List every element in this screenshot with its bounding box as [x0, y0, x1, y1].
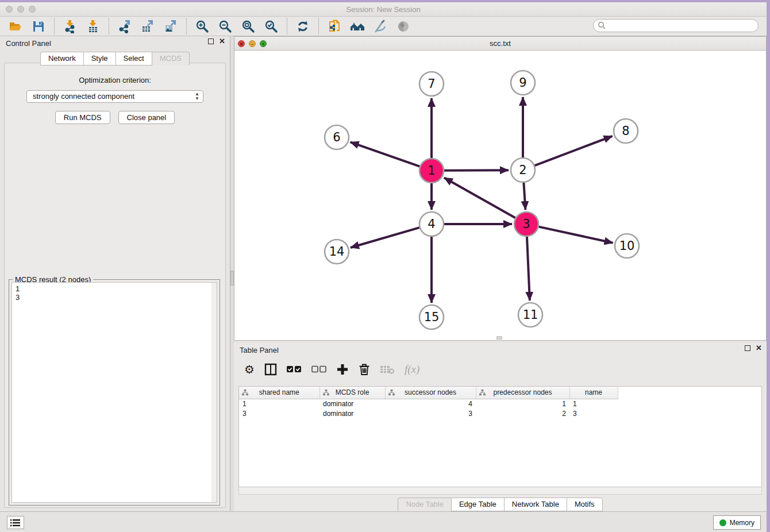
- node-label-3: 3: [522, 217, 530, 231]
- table-panel-title: Table Panel: [240, 346, 279, 354]
- create-column-icon[interactable]: [336, 363, 349, 376]
- close-panel-button[interactable]: Close panel: [118, 111, 175, 124]
- tab-mcds[interactable]: MCDS: [152, 52, 190, 65]
- tree-column-icon: [388, 390, 395, 398]
- edge-3-1[interactable]: [444, 178, 515, 218]
- table-cell[interactable]: 3: [385, 408, 476, 418]
- table-cell[interactable]: dominator: [319, 408, 385, 418]
- task-history-button[interactable]: [7, 516, 24, 529]
- edge-3-11[interactable]: [527, 237, 530, 300]
- control-panel: Control Panel ✕ Network Style Select MCD…: [0, 36, 230, 511]
- table-cell[interactable]: 3: [569, 408, 618, 418]
- zoom-out-icon[interactable]: [218, 19, 233, 34]
- criterion-select[interactable]: strongly connected component ▲▼: [26, 90, 203, 103]
- network-graph: 7961284314101511: [234, 51, 766, 340]
- table-cell[interactable]: 1: [476, 399, 569, 408]
- export-table-icon[interactable]: [140, 19, 155, 34]
- search-input[interactable]: [593, 19, 759, 32]
- column-header-MCDS-role[interactable]: MCDS role: [319, 387, 385, 399]
- edge-2-8[interactable]: [535, 136, 613, 165]
- memory-button[interactable]: Memory: [713, 515, 761, 530]
- table-toolbar: ⚙ f(x): [234, 357, 767, 381]
- network-window-titlebar[interactable]: ✕ − + scc.txt: [234, 37, 766, 51]
- unselect-all-columns-icon[interactable]: [311, 363, 326, 376]
- export-image-icon[interactable]: [163, 19, 178, 34]
- open-session-icon[interactable]: [8, 19, 23, 34]
- run-mcds-button[interactable]: Run MCDS: [55, 111, 110, 124]
- node-table[interactable]: shared nameMCDS rolesuccessor nodesprede…: [238, 386, 762, 487]
- wand-style-icon[interactable]: [373, 19, 388, 34]
- home-layout-icon[interactable]: [350, 19, 365, 34]
- tab-style[interactable]: Style: [83, 52, 116, 65]
- show-columns-icon[interactable]: [264, 363, 277, 376]
- mcds-result-text[interactable]: 1 3: [11, 282, 217, 503]
- table-panel: Table Panel ✕ ⚙: [234, 343, 767, 511]
- table-cell[interactable]: 4: [385, 399, 476, 408]
- eye-hide-icon[interactable]: [396, 19, 411, 34]
- table-settings-icon[interactable]: ⚙: [244, 363, 255, 376]
- destroy-table-icon: [380, 363, 395, 376]
- tab-network[interactable]: Network: [40, 52, 83, 65]
- function-builder-icon: f(x): [405, 363, 419, 376]
- table-cell[interactable]: dominator: [319, 399, 385, 408]
- canvas-resize-grip[interactable]: [496, 336, 502, 340]
- tree-column-icon: [479, 390, 486, 398]
- edge-1-6[interactable]: [351, 142, 420, 166]
- table-cell[interactable]: 3: [239, 408, 319, 418]
- column-header-successor-nodes[interactable]: successor nodes: [385, 387, 476, 399]
- save-session-icon[interactable]: [31, 19, 46, 34]
- optimization-criterion-label: Optimization criterion:: [5, 76, 225, 84]
- tab-select[interactable]: Select: [116, 52, 152, 65]
- network-canvas[interactable]: 7961284314101511: [234, 51, 766, 340]
- tab-edge-table[interactable]: Edge Table: [451, 498, 504, 511]
- node-label-11: 11: [523, 308, 538, 322]
- column-header-shared-name[interactable]: shared name: [239, 387, 319, 399]
- network-view-window: ✕ − + scc.txt 7961284314101511: [234, 36, 767, 341]
- table-cell[interactable]: 1: [569, 399, 618, 408]
- edge-3-10[interactable]: [538, 227, 613, 243]
- import-table-icon[interactable]: [86, 19, 101, 34]
- table-row[interactable]: 1dominator411: [239, 399, 618, 408]
- tab-motifs[interactable]: Motifs: [567, 498, 603, 511]
- float-panel-icon[interactable]: [208, 38, 214, 44]
- mcds-result-scrollbar[interactable]: [211, 283, 217, 502]
- main-toolbar: [0, 17, 767, 36]
- zoom-in-icon[interactable]: [195, 19, 210, 34]
- node-label-9: 9: [519, 76, 526, 90]
- node-label-2: 2: [519, 163, 526, 177]
- table-cell[interactable]: 2: [476, 408, 569, 418]
- memory-label: Memory: [730, 519, 754, 527]
- node-label-6: 6: [333, 130, 340, 144]
- control-panel-title: Control Panel: [6, 39, 51, 48]
- session-title: Session: New Session: [0, 5, 767, 14]
- delete-column-icon[interactable]: [359, 363, 370, 376]
- status-bar: Memory: [0, 511, 767, 532]
- duplicate-network-icon[interactable]: [327, 19, 342, 34]
- float-table-panel-icon[interactable]: [745, 345, 750, 351]
- mcds-result-group: MCDS result (2 nodes) 1 3: [9, 279, 220, 506]
- close-table-panel-icon[interactable]: ✕: [756, 345, 762, 351]
- node-label-15: 15: [424, 310, 440, 324]
- tab-network-table[interactable]: Network Table: [504, 498, 567, 511]
- table-hscrollbar[interactable]: [238, 487, 762, 495]
- edge-4-14[interactable]: [351, 228, 419, 248]
- application-window: Session: New Session: [0, 2, 767, 532]
- tab-node-table[interactable]: Node Table: [398, 498, 451, 511]
- edge-1-2[interactable]: [444, 170, 509, 171]
- refresh-view-icon[interactable]: [295, 19, 310, 34]
- import-network-icon[interactable]: [63, 19, 78, 34]
- select-all-columns-icon[interactable]: [287, 363, 302, 376]
- zoom-selected-icon[interactable]: [264, 19, 279, 34]
- column-header-predecessor-nodes[interactable]: predecessor nodes: [476, 387, 569, 399]
- node-label-1: 1: [428, 164, 435, 178]
- zoom-fit-icon[interactable]: [241, 19, 256, 34]
- export-network-icon[interactable]: [117, 19, 132, 34]
- table-row[interactable]: 3dominator323: [239, 408, 618, 418]
- column-header-name[interactable]: name: [569, 387, 618, 399]
- close-panel-icon[interactable]: ✕: [219, 38, 225, 44]
- edge-2-3[interactable]: [523, 183, 525, 210]
- memory-status-icon: [719, 519, 726, 526]
- control-panel-tabs: Network Style Select MCDS: [0, 52, 230, 65]
- search-icon: [598, 21, 606, 32]
- table-cell[interactable]: 1: [239, 399, 319, 408]
